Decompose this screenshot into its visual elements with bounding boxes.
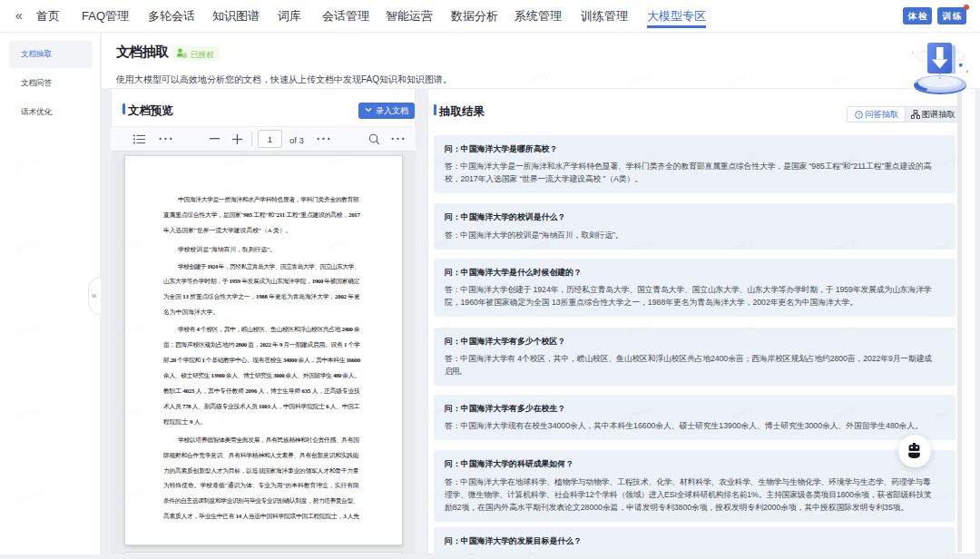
svg-text:?: ? <box>858 113 860 118</box>
